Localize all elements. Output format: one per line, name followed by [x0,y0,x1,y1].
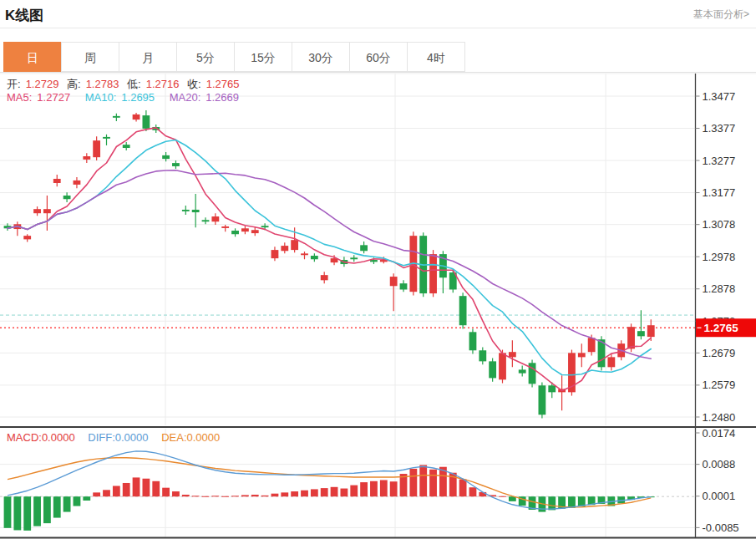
candle-body[interactable] [548,385,556,392]
low-value: 1.2716 [146,78,180,90]
macd-bar [113,486,120,496]
price-tick-label: 1.3277 [703,155,736,167]
ma20-value: 1.2669 [205,91,239,104]
candle-body[interactable] [182,210,190,211]
macd-bar [23,496,31,531]
candle-body[interactable] [390,277,398,286]
candle-body[interactable] [519,369,526,373]
candle-body[interactable] [211,216,219,221]
axis-frame [0,74,756,538]
candle-body[interactable] [469,332,477,350]
macd-bar [409,469,417,496]
ohlc-readout: 开:1.2729 高:1.2783 低:1.2716 收:1.2765 [7,77,244,92]
candle-body[interactable] [261,226,269,227]
candle-body[interactable] [143,115,150,129]
candle-body[interactable] [459,296,467,325]
candle-body[interactable] [607,357,615,367]
macd-bar [83,496,90,501]
candle-body[interactable] [53,179,61,183]
candle-body[interactable] [489,361,496,378]
macd-bar [271,494,279,497]
candle-body[interactable] [93,140,100,157]
macd-bar [13,496,21,530]
ma10-value: 1.2695 [121,91,155,104]
price-tick-label: 1.2480 [703,411,736,424]
candle-body[interactable] [123,145,130,148]
candle-body[interactable] [281,246,288,251]
candle-body[interactable] [529,363,536,384]
price-tick-label: 1.3177 [703,186,736,199]
candle-body[interactable] [103,137,110,139]
candle-body[interactable] [350,257,358,259]
candle-body[interactable] [311,256,318,259]
candle-body[interactable] [291,240,298,250]
candle-body[interactable] [539,385,546,414]
open-label: 开: [7,78,21,90]
candle-body[interactable] [113,116,120,118]
ma-lines [8,128,651,391]
macd-bar [221,496,229,497]
candle-body[interactable] [578,353,586,357]
candle-body[interactable] [74,181,81,185]
candle-body[interactable] [499,353,506,379]
candle-body[interactable] [172,163,180,166]
candle-body[interactable] [33,209,41,213]
candle-body[interactable] [43,209,51,213]
macd-bar [192,496,200,496]
macd-bar [341,489,348,497]
close-value: 1.2765 [206,78,240,90]
macd-bar [172,491,180,496]
ma5-line [8,128,651,391]
macd-bar [93,492,100,496]
candle-body[interactable] [429,254,437,293]
macd-bar [469,487,477,496]
candle-body[interactable] [637,331,645,336]
candle-body[interactable] [63,196,71,199]
candle-body[interactable] [479,350,486,361]
candle-body[interactable] [23,236,31,239]
candle-body[interactable] [83,156,90,160]
price-tick-label: 1.2978 [703,251,736,263]
price-tick-label: 1.3078 [703,218,736,231]
candle-body[interactable] [271,250,279,258]
macd-label: MACD: [7,431,42,444]
candle-body[interactable] [133,114,140,119]
candle-body[interactable] [509,352,516,357]
kline-widget: K线图 基本面分析> 日周月5分15分30分60分4时 1.34771.3377… [0,0,756,539]
macd-tick-label: 0.0088 [703,458,736,470]
candle-body[interactable] [221,226,229,228]
ma5-label: MA5: [7,91,32,104]
ma10-label: MA10: [85,91,117,104]
candle-body[interactable] [192,210,200,212]
macd-bar [33,496,41,526]
open-value: 1.2729 [26,78,59,90]
candle-body[interactable] [627,327,635,348]
candle-body[interactable] [251,230,259,233]
macd-bar [321,488,328,496]
macd-bar [123,483,130,496]
candle-body[interactable] [241,228,249,231]
dea-label: DEA: [161,431,186,444]
macd-bar [548,496,556,510]
candle-body[interactable] [647,325,655,337]
macd-readout: MACD:0.0000 DIFF:0.0000 DEA:0.0000 [7,431,225,444]
candle-body[interactable] [360,245,368,251]
macd-bar [251,495,259,496]
ma5-value: 1.2727 [37,91,70,104]
macd-bar [162,488,170,497]
price-tick-label: 1.2679 [703,347,736,359]
candle-body[interactable] [162,155,170,159]
candle-body[interactable] [231,231,239,234]
ma10-line [8,140,651,375]
candle-body[interactable] [588,338,596,352]
macd-histogram [4,465,655,531]
candle-body[interactable] [321,275,328,280]
candle-body[interactable] [400,283,408,289]
price-tick-label: 1.3377 [703,122,736,135]
macd-bar [380,480,388,496]
candle-body[interactable] [202,220,210,221]
candle-body[interactable] [301,253,308,255]
macd-bar [133,477,140,496]
macd-bar [74,496,81,506]
ma20-label: MA20: [170,91,201,104]
